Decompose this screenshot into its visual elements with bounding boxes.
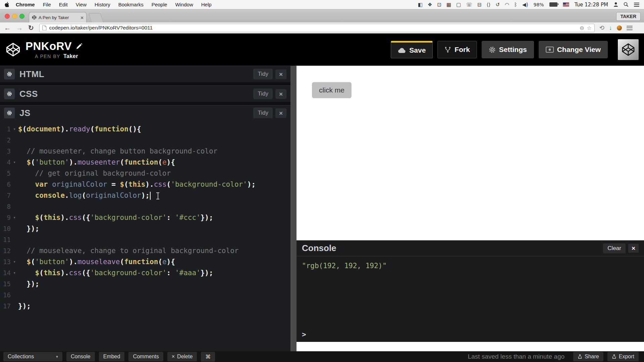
fold-gutter — [11, 146, 18, 157]
user-avatar[interactable] — [618, 39, 639, 60]
save-button[interactable]: Save — [391, 41, 433, 58]
fold-arrow-icon[interactable]: ▾ — [11, 157, 18, 168]
fold-arrow-icon[interactable]: ▾ — [11, 124, 18, 135]
js-tidy-button[interactable]: Tidy — [253, 108, 273, 118]
codepen-header: PNKoRV A PEN BY Taker Save Fork — [0, 34, 644, 66]
code-line: 9▾$(this).css({'background-color': '#ccc… — [0, 212, 290, 223]
address-bar[interactable]: codepen.io/taker/pen/PNKoRV?editors=0011… — [39, 24, 595, 32]
browser-menu-icon[interactable] — [627, 26, 633, 30]
menu-clock[interactable]: Tue 12:28 PM — [575, 2, 608, 8]
new-tab-button[interactable] — [89, 13, 104, 22]
console-toggle-button[interactable]: Console — [66, 352, 95, 361]
pen-author[interactable]: Taker — [63, 53, 78, 59]
input-language-flag-icon[interactable] — [563, 2, 569, 7]
change-view-button[interactable]: Change View — [539, 41, 608, 58]
fold-gutter — [11, 290, 18, 301]
battery-percent-label: 98% — [534, 2, 544, 7]
menu-item-view[interactable]: View — [76, 2, 87, 7]
wifi-icon[interactable]: ◠ — [505, 2, 509, 8]
js-close-icon[interactable]: × — [275, 108, 286, 118]
export-button[interactable]: Export — [607, 352, 639, 361]
menu-item-bookmarks[interactable]: Bookmarks — [118, 2, 144, 7]
dropbox-icon[interactable]: ❖ — [428, 2, 432, 8]
css-settings-gear-icon[interactable] — [4, 88, 15, 99]
menu-item-file[interactable]: File — [43, 2, 51, 7]
console-title: Console — [302, 243, 336, 253]
code-line: 5// get original background-color — [0, 168, 290, 179]
apple-logo-icon[interactable] — [5, 2, 10, 7]
browser-profile-chip[interactable]: TAKER — [616, 12, 641, 21]
url-text[interactable]: codepen.io/taker/pen/PNKoRV?editors=0011 — [49, 25, 577, 31]
menu-item-edit[interactable]: Edit — [59, 2, 68, 7]
console-clear-button[interactable]: Clear — [603, 243, 626, 253]
bluetooth-icon[interactable]: ᛒ — [514, 2, 517, 8]
window-zoom-button[interactable] — [19, 14, 24, 19]
editor-preview-resizer[interactable] — [290, 66, 297, 351]
notification-center-icon[interactable] — [634, 3, 639, 7]
tab-close-icon[interactable]: × — [80, 15, 84, 20]
code-line: 13▾$('button').mouseleave(function(e){ — [0, 256, 290, 267]
window-manager-icon[interactable]: ▢ — [456, 2, 461, 8]
fork-button[interactable]: Fork — [437, 41, 477, 58]
header-buttons: Save Fork Settings Change View — [391, 39, 639, 60]
extension-download-icon[interactable]: ↓ — [609, 24, 612, 32]
codepen-logo-icon[interactable] — [5, 42, 21, 57]
spotlight-search-icon[interactable] — [624, 2, 629, 7]
back-button[interactable]: ← — [4, 24, 11, 32]
console-close-icon[interactable]: × — [628, 244, 639, 253]
delete-button[interactable]: × Delete — [167, 352, 197, 361]
bookmark-star-icon[interactable]: ☆ — [587, 25, 591, 31]
reload-button[interactable]: ↻ — [28, 24, 34, 32]
share-icon — [578, 354, 582, 359]
saved-status-text: Last saved less than a minute ago — [468, 353, 565, 360]
collections-dropdown[interactable]: Collections ▾ — [3, 352, 62, 361]
window-minimize-button[interactable] — [12, 14, 17, 19]
line-number: 4 — [0, 157, 11, 168]
keyboard-shortcuts-button[interactable]: ⌘ — [201, 352, 215, 362]
airplay-icon[interactable]: ⊟ — [477, 2, 482, 8]
extension-orange-icon[interactable] — [617, 25, 622, 31]
extension-refresh-icon[interactable]: ⟲ — [599, 24, 604, 32]
edit-pencil-icon[interactable] — [76, 43, 83, 50]
html-panel-label: HTML — [19, 69, 44, 79]
console-prompt[interactable]: > — [302, 330, 306, 339]
fold-arrow-icon[interactable]: ▾ — [11, 212, 18, 223]
menu-item-window[interactable]: Window — [175, 2, 193, 7]
sidecar-toggle-icon[interactable]: ◧ — [418, 2, 423, 8]
fold-arrow-icon[interactable]: ▾ — [11, 256, 18, 267]
editor-footer: Collections ▾ Console Embed Comments × D… — [0, 351, 644, 362]
photos-icon[interactable]: ▦ — [446, 2, 451, 8]
menu-item-help[interactable]: Help — [201, 2, 212, 7]
css-tidy-button[interactable]: Tidy — [253, 88, 273, 99]
screen-record-icon[interactable]: ⊡ — [437, 2, 441, 8]
menu-item-people[interactable]: People — [152, 2, 167, 7]
dev-tools-icon[interactable]: ⟨⟩ — [487, 2, 491, 8]
window-close-button[interactable] — [5, 14, 10, 19]
menu-item-chrome[interactable]: Chrome — [16, 2, 35, 7]
headset-icon[interactable]: ☏ — [466, 2, 472, 8]
zoom-page-icon[interactable]: ⊖ — [580, 25, 584, 31]
comments-button[interactable]: Comments — [128, 352, 163, 361]
user-icon[interactable] — [613, 2, 618, 7]
volume-icon[interactable]: ◀) — [522, 2, 528, 8]
page-icon — [42, 25, 47, 31]
html-close-icon[interactable]: × — [275, 69, 286, 79]
html-settings-gear-icon[interactable] — [4, 69, 15, 79]
js-code-editor[interactable]: 1▾$(document).ready(function(){23// mous… — [0, 120, 290, 351]
share-button[interactable]: Share — [573, 352, 603, 361]
console-log-entry: "rgb(192, 192, 192)" — [302, 262, 639, 270]
line-number: 11 — [0, 234, 11, 245]
css-close-icon[interactable]: × — [275, 89, 286, 99]
menu-item-history[interactable]: History — [95, 2, 110, 7]
battery-icon[interactable] — [549, 2, 557, 7]
js-settings-gear-icon[interactable] — [4, 108, 15, 118]
html-tidy-button[interactable]: Tidy — [253, 69, 273, 79]
fold-arrow-icon[interactable]: ▾ — [11, 267, 18, 279]
time-machine-icon[interactable]: ↺ — [495, 2, 500, 8]
embed-button[interactable]: Embed — [99, 352, 125, 361]
settings-button[interactable]: Settings — [482, 41, 534, 58]
preview-click-me-button[interactable]: click me — [312, 82, 352, 98]
fold-gutter — [11, 279, 18, 290]
browser-tab[interactable]: A Pen by Taker × — [29, 12, 87, 22]
forward-button[interactable]: → — [16, 24, 23, 32]
